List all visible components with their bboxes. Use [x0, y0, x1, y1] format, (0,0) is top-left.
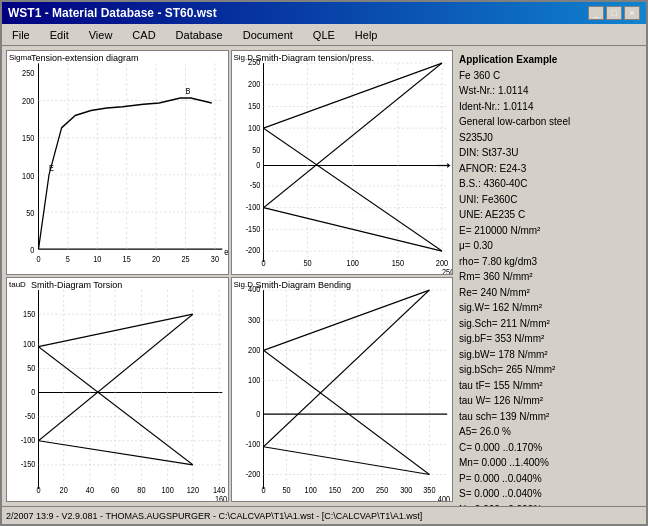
svg-text:200: 200 [248, 80, 261, 90]
svg-text:-100: -100 [245, 439, 260, 449]
svg-text:140: 140 [213, 485, 226, 495]
charts-area: Sigma Tension-extension diagram [6, 50, 453, 502]
svg-text:E: E [49, 164, 54, 174]
svg-text:50: 50 [303, 258, 312, 268]
info-line-26: P= 0.000 ..0.040% [459, 471, 640, 487]
info-line-7: B.S.: 4360-40C [459, 176, 640, 192]
menu-help[interactable]: Help [349, 27, 384, 43]
svg-line-134 [263, 447, 429, 475]
svg-text:5: 5 [66, 254, 71, 264]
svg-text:150: 150 [22, 134, 35, 144]
svg-text:100: 100 [304, 485, 317, 495]
svg-text:0: 0 [36, 254, 41, 264]
menu-qle[interactable]: QLE [307, 27, 341, 43]
minimize-button[interactable]: _ [588, 6, 604, 20]
menu-bar: File Edit View CAD Database Document QLE… [2, 24, 646, 46]
svg-text:150: 150 [248, 101, 261, 111]
svg-line-99 [39, 441, 193, 465]
svg-text:40: 40 [86, 485, 95, 495]
chart-br-ylabel: Sig.D [234, 280, 254, 289]
svg-text:0: 0 [261, 258, 266, 268]
svg-text:200: 200 [351, 485, 364, 495]
svg-marker-64 [447, 163, 450, 168]
svg-text:B: B [186, 87, 191, 97]
svg-text:200: 200 [435, 258, 448, 268]
info-line-1: Wst-Nr.: 1.0114 [459, 83, 640, 99]
info-line-0: Fe 360 C [459, 68, 640, 84]
svg-text:200: 200 [248, 345, 261, 355]
svg-text:-50: -50 [25, 412, 36, 422]
svg-text:-200: -200 [245, 469, 260, 479]
svg-text:200: 200 [22, 97, 35, 107]
svg-text:10: 10 [93, 254, 102, 264]
info-line-2: Ident-Nr.: 1.0114 [459, 99, 640, 115]
svg-text:100: 100 [248, 123, 261, 133]
info-line-8: UNI: Fe360C [459, 192, 640, 208]
svg-text:100: 100 [248, 375, 261, 385]
svg-text:60: 60 [111, 485, 120, 495]
info-line-27: S= 0.000 ..0.040% [459, 486, 640, 502]
svg-text:50: 50 [252, 146, 261, 156]
svg-text:25: 25 [181, 254, 190, 264]
svg-text:50: 50 [282, 485, 291, 495]
title-bar: WST1 - Material Database - ST60.wst _ □ … [2, 2, 646, 24]
info-line-18: sig.bW= 178 N/mm² [459, 347, 640, 363]
svg-text:300: 300 [248, 315, 261, 325]
svg-text:-100: -100 [21, 436, 36, 446]
title-bar-buttons: _ □ × [588, 6, 640, 20]
info-line-20: tau tF= 155 N/mm² [459, 378, 640, 394]
svg-text:-50: -50 [249, 181, 260, 191]
info-line-4: S235J0 [459, 130, 640, 146]
info-line-5: DIN: St37-3U [459, 145, 640, 161]
svg-text:150: 150 [23, 309, 36, 319]
info-line-11: μ= 0.30 [459, 238, 640, 254]
svg-text:15: 15 [123, 254, 132, 264]
info-line-6: AFNOR: E24-3 [459, 161, 640, 177]
svg-text:0: 0 [261, 485, 266, 495]
chart-smith-torsion: tauD Smith-Diagram Torsion [6, 277, 229, 502]
svg-text:100: 100 [23, 339, 36, 349]
svg-text:50: 50 [27, 363, 36, 373]
svg-line-96 [39, 314, 193, 347]
chart-smith-bending: Sig.D Smith-Diagram Bending [231, 277, 454, 502]
menu-database[interactable]: Database [170, 27, 229, 43]
info-heading: Application Example [459, 52, 640, 68]
menu-view[interactable]: View [83, 27, 119, 43]
chart-tl-ylabel: Sigma [9, 53, 32, 62]
svg-text:100: 100 [22, 171, 35, 181]
info-line-16: sig.Sch= 211 N/mm² [459, 316, 640, 332]
svg-text:160 tau M: 160 tau M [215, 495, 228, 501]
info-line-9: UNE: AE235 C [459, 207, 640, 223]
chart-tl-svg: 0 50 100 150 200 250 0 5 10 15 20 25 30 … [7, 51, 228, 274]
svg-text:250: 250 [376, 485, 389, 495]
menu-document[interactable]: Document [237, 27, 299, 43]
chart-tr-svg: 250 200 150 100 50 0 -50 -100 -150 -200 … [232, 51, 453, 274]
svg-text:20: 20 [152, 254, 161, 264]
svg-text:-150: -150 [245, 224, 260, 234]
info-line-23: A5= 26.0 % [459, 424, 640, 440]
svg-text:100: 100 [162, 485, 175, 495]
menu-file[interactable]: File [6, 27, 36, 43]
svg-text:250 Sig.m: 250 Sig.m [442, 268, 453, 274]
svg-text:-100: -100 [245, 203, 260, 213]
svg-text:0: 0 [31, 387, 36, 397]
menu-edit[interactable]: Edit [44, 27, 75, 43]
svg-text:350: 350 [423, 485, 436, 495]
chart-smith-tension: Sig.D Smith-Diagram tension/press. [231, 50, 454, 275]
svg-text:250: 250 [22, 68, 35, 78]
maximize-button[interactable]: □ [606, 6, 622, 20]
close-button[interactable]: × [624, 6, 640, 20]
info-line-14: Re= 240 N/mm² [459, 285, 640, 301]
svg-text:150: 150 [328, 485, 341, 495]
info-line-13: Rm= 360 N/mm² [459, 269, 640, 285]
menu-cad[interactable]: CAD [126, 27, 161, 43]
status-text: 2/2007 13:9 - V2.9.081 - THOMAS.AUGSPURG… [6, 511, 422, 521]
info-line-17: sig.bF= 353 N/mm² [459, 331, 640, 347]
svg-text:0: 0 [256, 160, 261, 170]
svg-text:100: 100 [346, 258, 359, 268]
svg-text:300: 300 [400, 485, 413, 495]
chart-bl-ylabel: tauD [9, 280, 26, 289]
svg-text:30: 30 [211, 254, 220, 264]
svg-text:-200: -200 [245, 246, 260, 256]
svg-line-131 [263, 290, 429, 350]
